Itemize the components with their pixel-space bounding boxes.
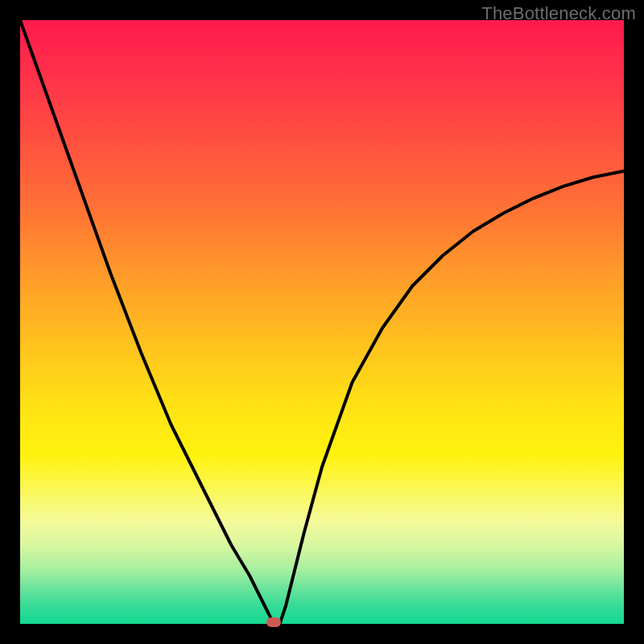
bottleneck-curve xyxy=(20,20,624,624)
chart-frame: TheBottleneck.com xyxy=(0,0,644,644)
plot-area xyxy=(20,20,624,624)
optimum-marker xyxy=(266,617,281,627)
